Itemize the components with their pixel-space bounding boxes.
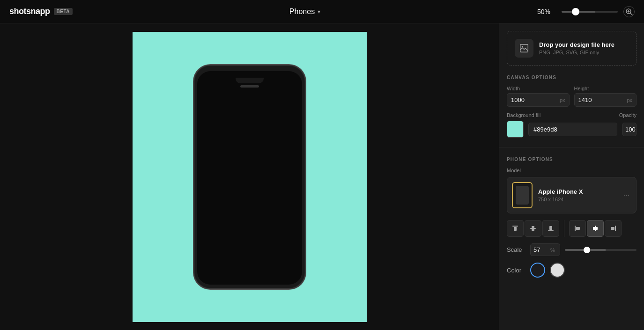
- align-left-button[interactable]: [569, 220, 586, 237]
- svg-rect-11: [548, 230, 554, 231]
- svg-line-1: [630, 13, 632, 15]
- align-right-button[interactable]: [605, 220, 622, 237]
- model-dimensions: 750 x 1624: [538, 197, 616, 202]
- height-field-group: Height px: [574, 86, 637, 107]
- align-bottom-button[interactable]: [542, 220, 559, 237]
- align-middle-v-icon: [529, 225, 537, 232]
- align-center-h-button[interactable]: [587, 220, 604, 237]
- bg-fill-labels: Background fill Opacity: [507, 112, 637, 118]
- height-input[interactable]: [575, 94, 623, 106]
- phone-options-section: PHONE OPTIONS Model Apple iPhone X 750 x…: [499, 155, 644, 285]
- model-thumbnail: [512, 182, 533, 208]
- color-light-option[interactable]: [550, 263, 565, 278]
- drop-text: Drop your design file here PNG, JPG, SVG…: [539, 41, 614, 55]
- align-separator: [564, 220, 564, 237]
- svg-rect-10: [532, 229, 534, 231]
- model-name: Apple iPhone X: [538, 188, 616, 195]
- svg-rect-6: [512, 226, 518, 227]
- color-dark-option[interactable]: [530, 263, 545, 278]
- svg-rect-4: [520, 44, 528, 52]
- align-left-icon: [574, 225, 581, 232]
- bg-color-hex-input[interactable]: [528, 123, 617, 136]
- logo-area: shotsnapp BETA: [9, 7, 73, 16]
- svg-rect-7: [514, 227, 517, 231]
- align-center-h-icon: [592, 225, 599, 232]
- height-unit: px: [623, 97, 636, 103]
- drop-subtitle: PNG, JPG, SVG, GIF only: [539, 50, 614, 55]
- zoom-in-icon: [625, 8, 633, 15]
- opacity-label: Opacity: [572, 112, 637, 118]
- height-input-row: px: [574, 93, 637, 107]
- drop-title: Drop your design file here: [539, 41, 614, 48]
- svg-rect-17: [615, 226, 616, 231]
- align-top-icon: [511, 225, 519, 232]
- align-middle-v-button[interactable]: [525, 220, 541, 237]
- scale-row: Scale %: [507, 243, 637, 256]
- drop-icon-wrapper: [515, 39, 533, 58]
- category-label: Phones: [289, 7, 315, 16]
- canvas-background: [133, 32, 367, 322]
- scale-unit: %: [548, 247, 557, 253]
- width-field-group: Width px: [507, 86, 570, 107]
- bg-fill-label: Background fill: [507, 112, 572, 118]
- beta-badge: BETA: [54, 8, 73, 15]
- align-h-group: [569, 220, 622, 237]
- model-label: Model: [507, 168, 637, 173]
- svg-rect-9: [532, 226, 534, 228]
- scale-slider[interactable]: [565, 249, 637, 251]
- phone-outer-body: [193, 65, 306, 289]
- phone-options-title: PHONE OPTIONS: [507, 155, 637, 162]
- canvas-dimensions-grid: Width px Height px: [507, 86, 637, 107]
- topbar-right: 50%: [537, 6, 635, 17]
- topbar: shotsnapp BETA Phones ▾ 50%: [0, 0, 644, 23]
- width-unit: px: [556, 97, 569, 103]
- image-upload-icon: [519, 43, 529, 53]
- zoom-in-button[interactable]: [623, 6, 635, 17]
- scale-input[interactable]: [531, 244, 548, 256]
- sidebar: Drop your design file here PNG, JPG, SVG…: [499, 23, 644, 330]
- color-label: Color: [507, 267, 526, 274]
- app-logo: shotsnapp: [9, 7, 50, 16]
- section-divider-1: [499, 147, 644, 147]
- scale-input-row: %: [530, 243, 560, 256]
- bg-fill-row: %: [507, 121, 637, 138]
- color-row: Color: [507, 263, 637, 278]
- model-info: Apple iPhone X 750 x 1624: [538, 188, 616, 202]
- topbar-center: Phones ▾: [73, 5, 537, 18]
- zoom-value: 50%: [537, 8, 556, 15]
- align-text-group: [507, 220, 559, 237]
- align-top-button[interactable]: [507, 220, 524, 237]
- category-selector[interactable]: Phones ▾: [285, 5, 325, 18]
- bg-color-swatch[interactable]: [507, 121, 524, 138]
- canvas-options-section: CANVAS OPTIONS Width px Height px: [499, 73, 644, 145]
- phone-screen: [197, 71, 302, 285]
- align-right-icon: [609, 225, 617, 232]
- phone-mockup: [193, 65, 306, 289]
- phone-mute-button: [193, 108, 194, 119]
- model-menu-button[interactable]: ···: [622, 189, 631, 201]
- model-card[interactable]: Apple iPhone X 750 x 1624 ···: [507, 177, 637, 213]
- svg-rect-14: [576, 227, 580, 230]
- width-input[interactable]: [507, 94, 556, 106]
- phone-volume-up-button: [193, 124, 194, 142]
- canvas-area[interactable]: [0, 23, 499, 330]
- width-input-row: px: [507, 93, 570, 107]
- svg-rect-13: [575, 226, 576, 231]
- model-thumb-inner: [516, 186, 529, 205]
- zoom-slider[interactable]: [562, 11, 618, 13]
- phone-power-button: [305, 131, 306, 159]
- chevron-down-icon: ▾: [318, 8, 320, 15]
- svg-point-5: [522, 46, 523, 47]
- svg-rect-16: [593, 227, 598, 230]
- alignment-row: [507, 220, 637, 237]
- align-bottom-icon: [547, 225, 555, 232]
- phone-volume-down-button: [193, 146, 194, 165]
- height-label: Height: [574, 86, 637, 91]
- drop-zone[interactable]: Drop your design file here PNG, JPG, SVG…: [507, 31, 637, 66]
- width-label: Width: [507, 86, 570, 91]
- opacity-input[interactable]: [622, 123, 637, 136]
- canvas-options-title: CANVAS OPTIONS: [507, 73, 637, 80]
- phone-speaker: [240, 85, 259, 88]
- svg-rect-8: [530, 228, 536, 229]
- scale-label: Scale: [507, 246, 526, 253]
